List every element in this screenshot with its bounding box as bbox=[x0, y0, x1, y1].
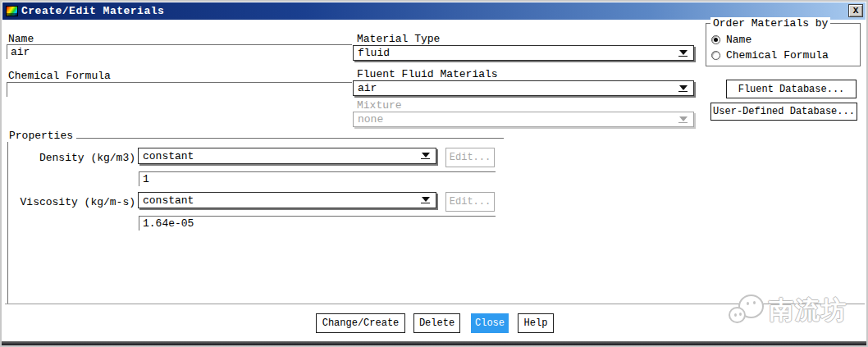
chevron-down-icon bbox=[421, 197, 430, 203]
user-defined-database-button[interactable]: User-Defined Database... bbox=[710, 103, 857, 121]
chevron-down-icon bbox=[678, 116, 688, 123]
chat-bubble-icon bbox=[729, 307, 746, 323]
density-label: Density (kg/m3) bbox=[6, 152, 135, 164]
name-label: Name bbox=[8, 33, 34, 45]
delete-button[interactable]: Delete bbox=[413, 313, 460, 333]
order-materials-by-label: Order Materials by bbox=[710, 17, 830, 30]
order-materials-by-group: Order Materials by Name Chemical Formula bbox=[706, 23, 861, 66]
radio-selected-icon[interactable] bbox=[711, 35, 720, 44]
viscosity-method-dropdown[interactable]: constant bbox=[138, 192, 436, 208]
properties-label: Properties bbox=[6, 130, 76, 142]
watermark-text: 南流坊 bbox=[769, 294, 847, 327]
fluent-fluid-materials-label: Fluent Fluid Materials bbox=[357, 68, 498, 80]
fluent-logo-icon bbox=[6, 6, 18, 16]
window-title: Create/Edit Materials bbox=[21, 5, 164, 17]
create-edit-materials-dialog: Create/Edit Materials X Name air Chemica… bbox=[0, 0, 868, 347]
window-bottom-frame bbox=[2, 341, 866, 345]
viscosity-edit-button: Edit... bbox=[445, 192, 495, 212]
radio-order-by-name[interactable]: Name bbox=[711, 34, 752, 45]
chemical-formula-input[interactable] bbox=[7, 82, 352, 97]
fluent-database-button[interactable]: Fluent Database... bbox=[726, 80, 857, 98]
help-button[interactable]: Help bbox=[518, 313, 554, 333]
close-button[interactable]: Close bbox=[471, 313, 509, 333]
viscosity-method-value: constant bbox=[143, 194, 194, 207]
chemical-formula-label: Chemical Formula bbox=[8, 70, 111, 82]
fluent-fluid-materials-value: air bbox=[358, 82, 377, 94]
material-type-dropdown[interactable]: fluid bbox=[353, 45, 694, 61]
watermark: 南流坊 bbox=[724, 289, 868, 335]
radio-order-by-chemical-formula[interactable]: Chemical Formula bbox=[711, 49, 829, 61]
mixture-label: Mixture bbox=[357, 99, 402, 112]
density-method-value: constant bbox=[143, 150, 194, 162]
density-method-dropdown[interactable]: constant bbox=[138, 148, 436, 164]
chevron-down-icon bbox=[421, 153, 430, 159]
name-input[interactable]: air bbox=[7, 44, 352, 59]
radio-name-label: Name bbox=[726, 34, 752, 46]
close-icon[interactable]: X bbox=[848, 4, 863, 17]
material-type-value: fluid bbox=[358, 47, 390, 59]
density-value-input[interactable]: 1 bbox=[139, 171, 496, 186]
viscosity-value-input[interactable]: 1.64e-05 bbox=[139, 216, 496, 231]
radio-chemical-formula-label: Chemical Formula bbox=[726, 49, 829, 62]
radio-unselected-icon[interactable] bbox=[711, 51, 720, 60]
viscosity-label: Viscosity (kg/m-s) bbox=[6, 196, 135, 208]
density-edit-button: Edit... bbox=[445, 148, 495, 167]
fluent-fluid-materials-dropdown[interactable]: air bbox=[353, 80, 694, 96]
material-type-label: Material Type bbox=[357, 33, 440, 45]
chat-bubble-icon bbox=[738, 294, 764, 318]
mixture-value: none bbox=[358, 113, 383, 126]
mixture-dropdown: none bbox=[353, 112, 694, 127]
footer-separator bbox=[5, 304, 865, 304]
chevron-down-icon bbox=[678, 50, 688, 57]
chevron-down-icon bbox=[678, 85, 688, 92]
change-create-button[interactable]: Change/Create bbox=[316, 313, 405, 333]
